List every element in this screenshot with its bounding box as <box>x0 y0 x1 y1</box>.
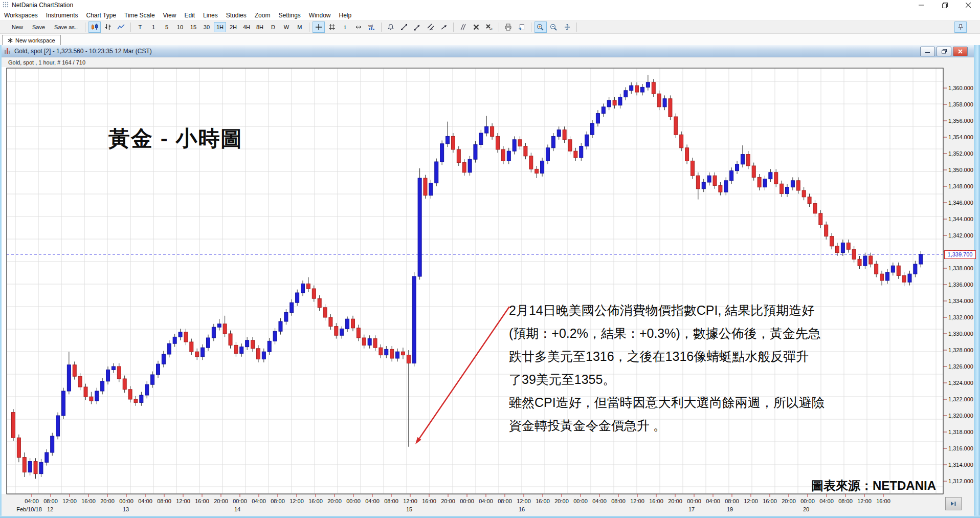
toolbar-separator <box>85 23 85 32</box>
time-tick-label: 04:00 <box>138 498 152 504</box>
timeframe-button-1h[interactable]: 1H <box>214 22 226 32</box>
time-tick-label: 08:00 <box>43 498 58 504</box>
timeframe-button-w[interactable]: W <box>280 22 293 32</box>
close-button[interactable] <box>956 0 980 10</box>
menu-item-workspaces[interactable]: Workspaces <box>0 11 42 20</box>
time-tick-label: 08:00 <box>498 498 512 504</box>
channel-tool-button[interactable] <box>425 21 437 33</box>
annotation-text: 2月14日晚美國公佈消費物價指數CPI, 結果比預期造好 (預期：+0.2%，結… <box>509 299 825 437</box>
volume-button[interactable]: vol <box>366 21 378 33</box>
menu-item-zoom[interactable]: Zoom <box>251 11 275 20</box>
info-button[interactable]: i <box>339 21 351 33</box>
date-label: Feb/10/18 <box>16 506 42 512</box>
time-tick-label: 16:00 <box>876 498 890 504</box>
time-tick-label: 00:00 <box>573 498 588 504</box>
annotation-line: 雖然CPI造好，但當時因意大利大選尚餘兩週，所以避險 <box>509 391 825 414</box>
zoom-in-button[interactable] <box>534 21 547 33</box>
pin-toolbar-button[interactable] <box>954 21 967 33</box>
toolbar-separator <box>381 23 382 32</box>
time-tick-label: 08:00 <box>725 498 739 504</box>
timeframe-button-10[interactable]: 10 <box>174 22 186 32</box>
timeframe-button-1[interactable]: 1 <box>147 22 160 32</box>
time-tick-label: 00:00 <box>800 498 815 504</box>
timeframe-button-m[interactable]: M <box>294 22 306 32</box>
last-price-marker: 1,339.700 <box>944 250 976 259</box>
crosshair-button[interactable] <box>313 21 325 33</box>
line-chart-button[interactable] <box>115 21 127 33</box>
menu-item-time-scale[interactable]: Time Scale <box>120 11 159 20</box>
annotation-arrow <box>415 437 421 444</box>
delete-object-button[interactable] <box>470 21 482 33</box>
time-tick-label: 00:00 <box>233 498 247 504</box>
menu-item-instruments[interactable]: Instruments <box>42 11 82 20</box>
toolbar-separator <box>453 23 454 32</box>
timeframe-button-15[interactable]: 15 <box>187 22 199 32</box>
menu-item-chart-type[interactable]: Chart Type <box>82 11 120 20</box>
zoom-in-icon <box>537 24 544 31</box>
minimize-button[interactable] <box>909 0 933 10</box>
menu-item-settings[interactable]: Settings <box>274 11 304 20</box>
time-tick-label: 16:00 <box>422 498 436 504</box>
export-image-button[interactable] <box>516 21 528 33</box>
candlestick-chart-button[interactable] <box>88 21 101 33</box>
menu-item-help[interactable]: Help <box>335 11 356 20</box>
chart-window: Gold, spot [2] - 1,323.560 - 10:23:35 12… <box>0 45 980 518</box>
ohlc-bar-chart-button[interactable] <box>102 21 114 33</box>
time-tick-label: 20:00 <box>554 498 569 504</box>
fit-vertical-button[interactable] <box>561 21 573 33</box>
workspace-icon <box>8 38 13 43</box>
ray-tool-button[interactable] <box>411 21 424 33</box>
toolbar-separator <box>499 23 499 32</box>
menu-item-studies[interactable]: Studies <box>222 11 251 20</box>
time-tick-label: 00:00 <box>460 498 474 504</box>
time-tick-label: 16:00 <box>649 498 663 504</box>
toolbar-separator <box>576 23 577 32</box>
save-button[interactable]: Save <box>28 23 50 32</box>
time-tick-label: 08:00 <box>157 498 171 504</box>
timeframe-button-4h[interactable]: 4H <box>240 22 253 32</box>
menu-item-window[interactable]: Window <box>305 11 335 20</box>
save-as-button[interactable]: Save as.. <box>50 23 82 32</box>
restore-button[interactable] <box>933 0 956 10</box>
horizontal-arrows-icon <box>355 24 362 31</box>
svg-text:i: i <box>344 24 346 31</box>
time-tick-label: 16:00 <box>763 498 777 504</box>
grid-toggle-button[interactable] <box>326 21 338 33</box>
date-label: 14 <box>234 506 240 512</box>
new-button[interactable]: New <box>7 23 28 32</box>
zoom-out-button[interactable] <box>548 21 560 33</box>
time-tick-label: 12:00 <box>289 498 304 504</box>
timeframe-button-2h[interactable]: 2H <box>227 22 239 32</box>
time-tick-label: 16:00 <box>536 498 550 504</box>
parallel-lines-button[interactable] <box>457 21 469 33</box>
menu-item-view[interactable]: View <box>159 11 181 20</box>
workspace-tab[interactable]: New workspace <box>2 35 61 45</box>
jump-to-latest-button[interactable] <box>945 497 962 510</box>
time-tick-label: 12:00 <box>176 498 190 504</box>
trendline-tool-button[interactable] <box>398 21 410 33</box>
alert-button[interactable] <box>385 21 397 33</box>
price-tick-label: 1,322.000 <box>948 396 973 402</box>
time-tick-label: 08:00 <box>838 498 853 504</box>
menubar: WorkspacesInstrumentsChart TypeTime Scal… <box>0 10 980 20</box>
timeframe-button-t[interactable]: T <box>134 22 146 32</box>
timeframe-button-5[interactable]: 5 <box>161 22 173 32</box>
print-button[interactable] <box>502 21 515 33</box>
time-tick-label: 16:00 <box>195 498 209 504</box>
ray-arrow-icon <box>414 24 421 31</box>
timeframe-button-30[interactable]: 30 <box>201 22 213 32</box>
spacing-button[interactable] <box>352 21 365 33</box>
menu-item-lines[interactable]: Lines <box>199 11 222 20</box>
time-tick-label: 12:00 <box>857 498 872 504</box>
date-label: 15 <box>406 506 412 512</box>
timeframe-button-8h[interactable]: 8H <box>254 22 266 32</box>
time-tick-label: 12:00 <box>403 498 417 504</box>
arrow-tool-button[interactable] <box>438 21 450 33</box>
time-tick-label: 20:00 <box>441 498 455 504</box>
chart-plot[interactable]: 04:0008:0012:0016:0020:0000:0004:0008:00… <box>0 45 980 518</box>
delete-all-objects-button[interactable]: all <box>483 21 496 33</box>
time-tick-label: 20:00 <box>668 498 682 504</box>
menu-item-edit[interactable]: Edit <box>180 11 199 20</box>
price-tick-label: 1,348.000 <box>948 183 973 189</box>
timeframe-button-d[interactable]: D <box>267 22 279 32</box>
